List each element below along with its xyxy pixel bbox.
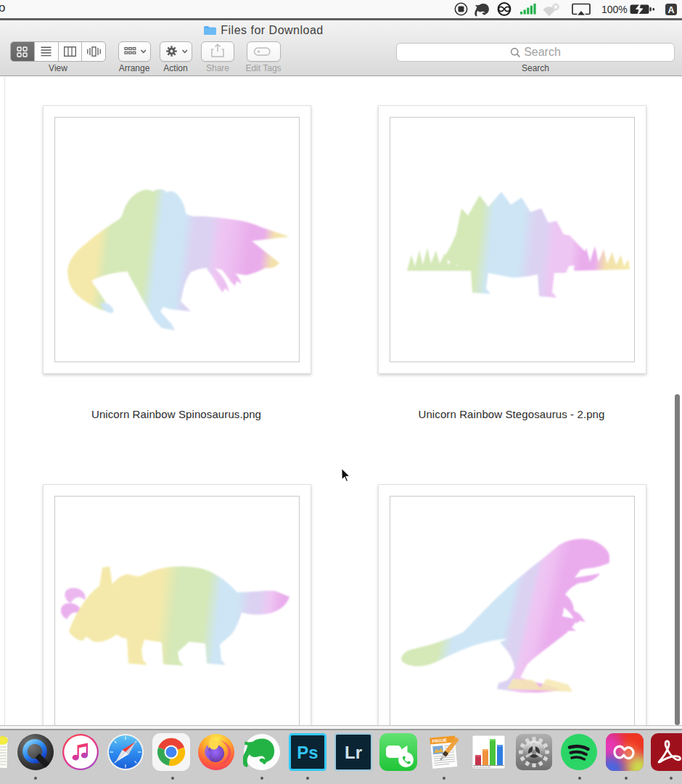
svg-text:Ps: Ps [297,743,318,762]
svg-text:Lr: Lr [345,743,362,762]
svg-text:A: A [667,5,674,15]
svg-text:100%: 100% [601,4,628,15]
